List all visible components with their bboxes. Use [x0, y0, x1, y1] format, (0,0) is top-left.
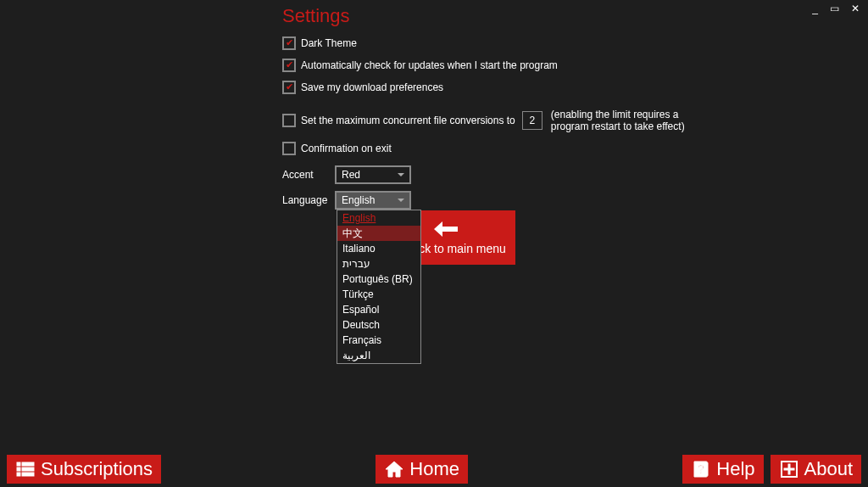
- max-conversions-label: Set the maximum concurrent file conversi…: [301, 115, 515, 126]
- arrow-left-icon: [432, 220, 463, 238]
- max-conversions-hint-2: program restart to take effect): [551, 120, 685, 132]
- svg-rect-2: [17, 467, 20, 471]
- auto-update-label: Automatically check for updates when I s…: [301, 59, 558, 71]
- accent-value: Red: [342, 169, 360, 181]
- language-dropdown[interactable]: English中文ItalianoעבריתPortuguês (BR)Türk…: [337, 210, 421, 364]
- max-conversions-hint-1: (enabling the limit requires a: [551, 109, 685, 120]
- help-button[interactable]: ? Help: [682, 455, 763, 484]
- language-select[interactable]: English English中文ItalianoעבריתPortuguês …: [335, 191, 411, 210]
- maximize-button[interactable]: ▭: [830, 3, 839, 14]
- home-icon: [384, 459, 404, 479]
- subscriptions-button[interactable]: Subscriptions: [7, 455, 161, 484]
- language-label: Language: [282, 194, 335, 206]
- about-label: About: [804, 458, 854, 480]
- page-title: Settings: [282, 5, 868, 27]
- svg-rect-5: [22, 473, 34, 476]
- language-option[interactable]: Español: [337, 302, 420, 317]
- save-prefs-label: Save my download preferences: [301, 81, 443, 93]
- dark-theme-label: Dark Theme: [301, 37, 357, 49]
- language-option[interactable]: Deutsch: [337, 317, 420, 333]
- svg-rect-9: [784, 468, 794, 470]
- auto-update-checkbox[interactable]: [282, 59, 296, 72]
- svg-rect-0: [17, 462, 20, 466]
- confirm-exit-label: Confirmation on exit: [301, 143, 392, 154]
- svg-rect-3: [22, 467, 34, 471]
- language-option[interactable]: العربية: [337, 348, 420, 363]
- help-label: Help: [716, 458, 754, 480]
- language-option[interactable]: עברית: [337, 256, 420, 271]
- language-value: English: [342, 194, 375, 206]
- max-conversions-checkbox[interactable]: [282, 114, 296, 127]
- home-label: Home: [409, 458, 459, 480]
- save-prefs-checkbox[interactable]: [282, 81, 296, 94]
- language-option[interactable]: Português (BR): [337, 271, 420, 287]
- close-button[interactable]: ✕: [851, 3, 860, 14]
- about-button[interactable]: About: [771, 455, 862, 484]
- list-icon: [15, 459, 36, 479]
- subscriptions-label: Subscriptions: [41, 458, 153, 480]
- help-icon: ?: [691, 459, 711, 479]
- language-option[interactable]: English: [337, 210, 420, 226]
- plus-icon: [779, 459, 799, 479]
- svg-text:?: ?: [698, 462, 704, 476]
- language-option[interactable]: Türkçe: [337, 287, 420, 302]
- confirm-exit-checkbox[interactable]: [282, 142, 296, 155]
- accent-label: Accent: [282, 169, 335, 181]
- home-button[interactable]: Home: [376, 455, 468, 484]
- minimize-button[interactable]: _: [812, 3, 818, 14]
- max-conversions-input[interactable]: [522, 111, 542, 130]
- svg-rect-1: [22, 462, 34, 466]
- language-option[interactable]: Italiano: [337, 241, 420, 256]
- language-option[interactable]: Français: [337, 333, 420, 348]
- svg-rect-4: [17, 473, 20, 476]
- dark-theme-checkbox[interactable]: [282, 36, 296, 50]
- language-option[interactable]: 中文: [337, 226, 420, 241]
- accent-select[interactable]: Red: [335, 165, 411, 184]
